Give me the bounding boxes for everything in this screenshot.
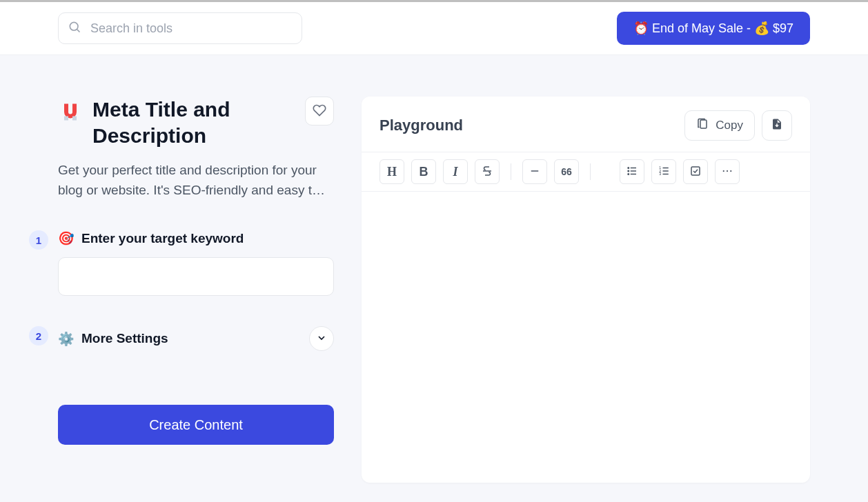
top-bar: ⏰ End of May Sale - 💰 $97 bbox=[0, 0, 868, 55]
svg-point-20 bbox=[723, 170, 724, 171]
step-number-1: 1 bbox=[29, 230, 48, 250]
step-more-label-row: ⚙️ More Settings bbox=[58, 331, 168, 347]
tool-description: Get your perfect title and description f… bbox=[58, 161, 334, 200]
export-doc-button[interactable] bbox=[762, 110, 792, 141]
minus-icon bbox=[529, 165, 541, 179]
toolbar-separator bbox=[511, 163, 511, 180]
main-content: Meta Title and Description Get your perf… bbox=[0, 55, 868, 483]
step-keyword-label-row: 🎯 Enter your target keyword bbox=[58, 230, 334, 246]
tool-header: Meta Title and Description bbox=[58, 97, 334, 148]
svg-text:3: 3 bbox=[659, 172, 661, 176]
svg-point-10 bbox=[628, 167, 629, 168]
file-icon bbox=[771, 118, 783, 134]
playground-panel: Playground Copy H B I bbox=[362, 97, 810, 483]
horizontal-rule-button[interactable] bbox=[522, 159, 547, 184]
create-content-button[interactable]: Create Content bbox=[58, 405, 334, 445]
playground-actions: Copy bbox=[684, 110, 792, 141]
search-icon bbox=[68, 20, 81, 37]
favorite-button[interactable] bbox=[305, 97, 334, 126]
bold-button[interactable]: B bbox=[411, 159, 436, 184]
ordered-list-button[interactable]: 123 bbox=[651, 159, 676, 184]
search-input[interactable] bbox=[58, 12, 302, 44]
chevron-down-icon bbox=[316, 332, 327, 345]
target-icon: 🎯 bbox=[58, 230, 75, 246]
svg-rect-4 bbox=[700, 120, 707, 128]
left-pane: Meta Title and Description Get your perf… bbox=[58, 97, 334, 483]
checkbox-icon bbox=[689, 165, 702, 179]
tool-title: Meta Title and Description bbox=[92, 97, 295, 148]
expand-more-button[interactable] bbox=[309, 326, 334, 351]
svg-point-11 bbox=[628, 170, 629, 172]
svg-line-1 bbox=[77, 30, 80, 32]
bullet-list-icon bbox=[626, 165, 638, 179]
step-number-2: 2 bbox=[29, 326, 48, 345]
list-group: 123 bbox=[620, 159, 740, 184]
more-formatting-button[interactable] bbox=[715, 159, 740, 184]
editor-content[interactable] bbox=[362, 192, 810, 483]
checklist-button[interactable] bbox=[683, 159, 708, 184]
strikethrough-button[interactable] bbox=[475, 159, 500, 184]
gear-icon: ⚙️ bbox=[58, 331, 75, 347]
sale-button[interactable]: ⏰ End of May Sale - 💰 $97 bbox=[617, 12, 810, 45]
copy-button[interactable]: Copy bbox=[684, 110, 755, 141]
svg-point-0 bbox=[70, 22, 78, 30]
strikethrough-icon bbox=[481, 165, 493, 179]
playground-title: Playground bbox=[379, 117, 463, 134]
toolbar-separator bbox=[590, 163, 591, 180]
bullet-list-button[interactable] bbox=[620, 159, 644, 184]
svg-rect-2 bbox=[64, 117, 68, 121]
svg-point-12 bbox=[628, 173, 629, 174]
step-more-label: More Settings bbox=[81, 331, 168, 346]
italic-button[interactable]: I bbox=[443, 159, 468, 184]
svg-point-22 bbox=[730, 170, 731, 171]
copy-label: Copy bbox=[716, 119, 743, 132]
svg-point-21 bbox=[727, 170, 728, 171]
step-more-settings: 2 ⚙️ More Settings bbox=[58, 326, 334, 351]
step-keyword-label: Enter your target keyword bbox=[81, 231, 244, 246]
blockquote-button[interactable]: 66 bbox=[554, 159, 579, 184]
keyword-input[interactable] bbox=[58, 257, 334, 296]
svg-rect-19 bbox=[691, 167, 700, 175]
search-box bbox=[58, 12, 302, 44]
clipboard-icon bbox=[696, 118, 709, 134]
step-keyword: 1 🎯 Enter your target keyword bbox=[58, 230, 334, 296]
ordered-list-icon: 123 bbox=[658, 165, 670, 179]
editor-toolbar: H B I 66 bbox=[362, 152, 810, 192]
playground-header: Playground Copy bbox=[362, 97, 810, 152]
magnet-icon bbox=[58, 101, 83, 126]
more-horizontal-icon bbox=[721, 165, 733, 179]
heading-button[interactable]: H bbox=[379, 159, 404, 184]
svg-rect-3 bbox=[72, 117, 77, 121]
heart-icon bbox=[313, 103, 326, 119]
